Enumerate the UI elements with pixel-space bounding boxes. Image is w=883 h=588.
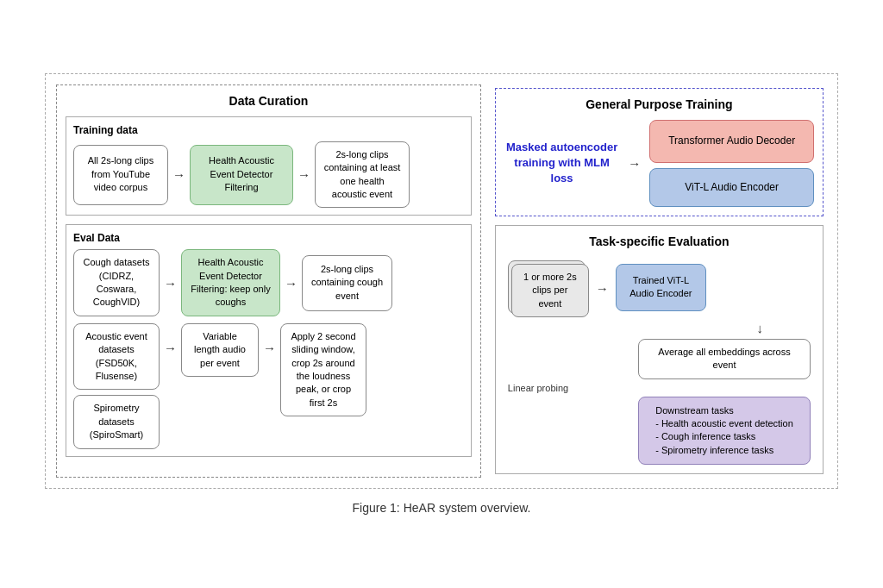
- figure-caption: Figure 1: HeAR system overview.: [45, 501, 838, 515]
- task-eval-title: Task-specific Evaluation: [504, 235, 814, 248]
- stacked-clips: 1 or more 2s clips per event: [511, 264, 589, 317]
- average-embeddings-box: Average all embeddings across event: [638, 339, 811, 379]
- masked-label: Masked autoencoder training with MLM los…: [504, 140, 619, 187]
- health-detector-box1: Health Acoustic Event Detector Filtering: [190, 145, 293, 205]
- arrow2: →: [297, 167, 310, 182]
- spirometry-datasets-box: Spirometry datasets (SpiroSmart): [73, 395, 160, 448]
- general-training-title: General Purpose Training: [504, 97, 814, 111]
- eval-data-section: Eval Data Cough datasets (CIDRZ, Coswara…: [66, 224, 472, 456]
- arrow-col1: →: [164, 323, 177, 449]
- health-clips-box: 2s-long clips containing at least one he…: [315, 141, 410, 209]
- arrow3: →: [164, 276, 177, 291]
- training-data-section: Training data All 2s-long clips from You…: [66, 116, 472, 216]
- task-eval-panel: Task-specific Evaluation 1 or more 2s cl…: [495, 225, 824, 475]
- data-curation-panel: Data Curation Training data All 2s-long …: [56, 84, 481, 479]
- cough-filter-box: Health Acoustic Event Detector Filtering…: [181, 249, 280, 316]
- sliding-col: Apply 2 second sliding window, crop 2s a…: [280, 323, 366, 449]
- clips-per-event-box: 1 or more 2s clips per event: [511, 264, 589, 317]
- general-training-row: Masked autoencoder training with MLM los…: [504, 120, 814, 207]
- cough-datasets-box: Cough datasets (CIDRZ, Coswara, CoughVID…: [73, 249, 160, 316]
- encoder-decoder-col: Transformer Audio Decoder ViT-L Audio En…: [649, 120, 814, 207]
- acoustic-datasets-box: Acoustic event datasets (FSD50K, Flusens…: [73, 323, 160, 391]
- training-data-row: All 2s-long clips from YouTube video cor…: [73, 141, 464, 209]
- arrow-masked: →: [628, 156, 641, 171]
- encoder-col: Trained ViT-L Audio Encoder: [616, 264, 706, 311]
- arrow-col2: →: [263, 323, 276, 449]
- training-data-label: Training data: [73, 124, 464, 136]
- trained-encoder-box: Trained ViT-L Audio Encoder: [616, 264, 706, 311]
- vit-encoder-box1: ViT-L Audio Encoder: [649, 168, 814, 207]
- general-training-panel: General Purpose Training Masked autoenco…: [495, 88, 824, 216]
- arrow-down1: ↓: [757, 321, 764, 335]
- eval-rows-2-3: Acoustic event datasets (FSD50K, Flusens…: [73, 323, 464, 449]
- variable-col: Variable length audio per event: [181, 323, 259, 449]
- average-col: ↓ Average all embeddings across event Li…: [504, 321, 814, 465]
- variable-audio-box: Variable length audio per event: [181, 323, 259, 377]
- eval-row1: Cough datasets (CIDRZ, Coswara, CoughVID…: [73, 249, 464, 316]
- linear-probing-label: Linear probing: [504, 383, 568, 393]
- transformer-decoder-box: Transformer Audio Decoder: [649, 120, 814, 163]
- task-eval-content: 1 or more 2s clips per event → Trained V…: [504, 257, 814, 317]
- sources-col: Acoustic event datasets (FSD50K, Flusens…: [73, 323, 160, 449]
- youtube-clips-box: All 2s-long clips from YouTube video cor…: [73, 145, 168, 205]
- cough-clips-box: 2s-long clips containing cough event: [302, 255, 392, 311]
- right-panel: General Purpose Training Masked autoenco…: [492, 84, 827, 479]
- eval-data-label: Eval Data: [73, 232, 464, 244]
- arrow4: →: [285, 276, 297, 291]
- arrow-clips: →: [596, 281, 609, 296]
- downstream-tasks-box: Downstream tasks - Health acoustic event…: [638, 397, 811, 466]
- arrow1: →: [172, 167, 185, 182]
- data-curation-title: Data Curation: [66, 94, 472, 108]
- sliding-window-box: Apply 2 second sliding window, crop 2s a…: [280, 323, 366, 416]
- diagram-container: Data Curation Training data All 2s-long …: [28, 56, 855, 533]
